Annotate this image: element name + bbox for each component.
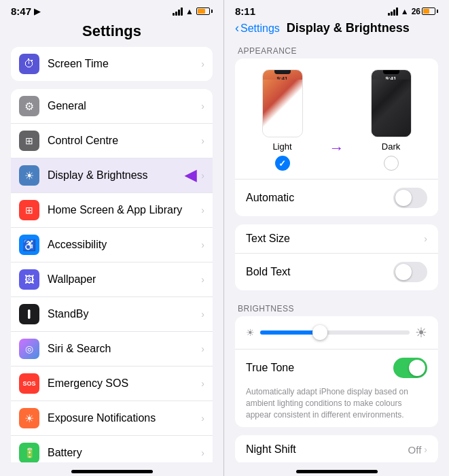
chevron-icon: › <box>201 274 204 285</box>
night-shift-row[interactable]: Night Shift Off › <box>235 435 438 462</box>
screen-time-label: Screen Time <box>48 58 201 70</box>
wallpaper-label: Wallpaper <box>48 273 201 286</box>
bold-text-row: Bold Text <box>235 254 438 290</box>
light-mode-option[interactable]: 9:41 Light ✓ <box>262 69 303 171</box>
text-card: Text Size › Bold Text <box>235 224 438 290</box>
siri-icon: ◎ <box>19 339 39 359</box>
settings-panel: 8:47 ▶ ▲ Settings <box>0 0 224 476</box>
homescreen-icon: ⊞ <box>19 200 39 220</box>
settings-group-1: ⏱ Screen Time › <box>11 47 213 81</box>
light-radio[interactable]: ✓ <box>275 156 290 171</box>
brightness-header: BRIGHTNESS <box>235 299 438 316</box>
sidebar-item-general[interactable]: ⚙ General › <box>11 89 213 124</box>
dark-preview: 9:41 <box>371 69 412 137</box>
chevron-icon: › <box>201 170 204 181</box>
siri-label: Siri & Search <box>48 343 201 355</box>
chevron-icon: › <box>201 58 204 69</box>
homescreen-label: Home Screen & App Library <box>48 204 201 216</box>
appearance-arrow: → <box>329 139 344 171</box>
status-icons-left: ▲ <box>173 7 213 16</box>
chevron-icon: › <box>201 378 204 389</box>
purple-arrow-annotation: ◀ <box>185 167 196 184</box>
toggle-thumb <box>395 190 412 206</box>
sidebar-item-screen-time[interactable]: ⏱ Screen Time › <box>11 47 213 81</box>
sidebar-item-battery[interactable]: 🔋 Battery › <box>11 436 213 462</box>
battery-label: Battery <box>48 447 201 459</box>
brightness-section: ☀ ☀ <box>235 316 438 349</box>
slider-thumb <box>312 325 327 340</box>
dark-label: Dark <box>382 141 400 152</box>
night-shift-label: Night Shift <box>246 443 296 456</box>
wifi-icon: ▲ <box>185 7 194 16</box>
wifi-icon-right: ▲ <box>401 7 409 16</box>
dark-radio[interactable] <box>384 156 399 171</box>
light-label: Light <box>272 141 291 152</box>
true-tone-thumb <box>409 360 425 376</box>
bold-text-toggle[interactable] <box>393 262 427 282</box>
control-icon: ⊞ <box>19 131 39 151</box>
night-shift-value: Off <box>408 444 422 456</box>
sidebar-item-siri[interactable]: ◎ Siri & Search › <box>11 332 213 367</box>
automatic-label: Automatic <box>246 192 294 204</box>
display-label: Display & Brightness <box>48 169 201 182</box>
sos-icon: SOS <box>19 373 39 394</box>
dark-mode-option[interactable]: 9:41 Dark <box>371 69 412 171</box>
night-shift-chevron: › <box>424 444 427 455</box>
appearance-card: 9:41 Light ✓ → 9:41 <box>235 58 438 216</box>
display-icon: ☀ <box>19 165 39 186</box>
sun-small-icon: ☀ <box>246 327 255 338</box>
wallpaper-light <box>263 80 302 137</box>
chevron-icon: › <box>201 343 204 354</box>
right-header: ‹ Settings Display & Brightness <box>224 20 449 41</box>
wallpaper-icon: 🖼 <box>19 269 39 290</box>
settings-title: Settings <box>0 20 223 47</box>
brightness-card: ☀ ☀ True Tone Automatically adapt iPhone… <box>235 316 438 427</box>
control-label: Control Centre <box>48 135 201 147</box>
sidebar-item-accessibility[interactable]: ♿ Accessibility › <box>11 228 213 262</box>
home-indicator-right <box>224 462 449 476</box>
back-button[interactable]: ‹ Settings <box>235 21 280 35</box>
sidebar-item-homescreen[interactable]: ⊞ Home Screen & App Library › <box>11 193 213 228</box>
true-tone-label: True Tone <box>246 362 294 374</box>
accessibility-icon: ♿ <box>19 235 39 255</box>
general-icon: ⚙ <box>19 96 39 116</box>
screen-time-icon: ⏱ <box>19 54 39 74</box>
wallpaper-dark <box>372 80 411 137</box>
true-tone-description: Automatically adapt iPhone display based… <box>235 386 438 427</box>
brightness-slider[interactable] <box>260 330 410 335</box>
true-tone-row: True Tone <box>235 349 438 386</box>
battery-right-icon <box>422 7 438 15</box>
sidebar-item-display[interactable]: ☀ Display & Brightness › ◀ <box>11 158 213 193</box>
status-icons-right: ▲ 26 <box>388 7 438 16</box>
battery-status-icon <box>196 7 213 15</box>
battery-percent: 26 <box>412 7 420 16</box>
sidebar-item-exposure[interactable]: ☀ Exposure Notifications › <box>11 401 213 436</box>
sidebar-item-wallpaper[interactable]: 🖼 Wallpaper › <box>11 262 213 297</box>
general-label: General <box>48 100 201 112</box>
standby-icon: ⏽ <box>19 304 39 324</box>
bold-toggle-thumb <box>395 264 412 280</box>
chevron-icon: › <box>201 447 204 458</box>
battery-right-group: 26 <box>412 7 438 16</box>
sidebar-item-sos[interactable]: SOS Emergency SOS › <box>11 367 213 401</box>
appearance-header: APPEARANCE <box>235 41 438 58</box>
page-title: Display & Brightness <box>287 21 410 35</box>
time-left: 8:47 <box>11 5 31 17</box>
display-brightness-panel: 8:11 ▲ 26 ‹ Settings <box>224 0 449 476</box>
accessibility-label: Accessibility <box>48 239 201 251</box>
back-label: Settings <box>240 22 280 35</box>
settings-group-2: ⚙ General › ⊞ Control Centre › ☀ Display… <box>11 89 213 462</box>
automatic-row: Automatic <box>235 179 438 216</box>
settings-list: ⏱ Screen Time › ⚙ General › ⊞ Control Ce… <box>0 47 223 462</box>
text-size-row[interactable]: Text Size › <box>235 224 438 254</box>
slider-fill <box>260 330 320 335</box>
sidebar-item-control[interactable]: ⊞ Control Centre › <box>11 124 213 158</box>
appearance-options: 9:41 Light ✓ → 9:41 <box>235 58 438 179</box>
automatic-toggle[interactable] <box>393 188 427 208</box>
light-preview: 9:41 <box>262 69 303 137</box>
brightness-slider-row: ☀ ☀ <box>246 324 427 341</box>
chevron-icon: › <box>201 101 204 112</box>
sidebar-item-standby[interactable]: ⏽ StandBy › <box>11 297 213 332</box>
true-tone-toggle[interactable] <box>393 358 427 378</box>
signal-icon <box>173 7 183 16</box>
